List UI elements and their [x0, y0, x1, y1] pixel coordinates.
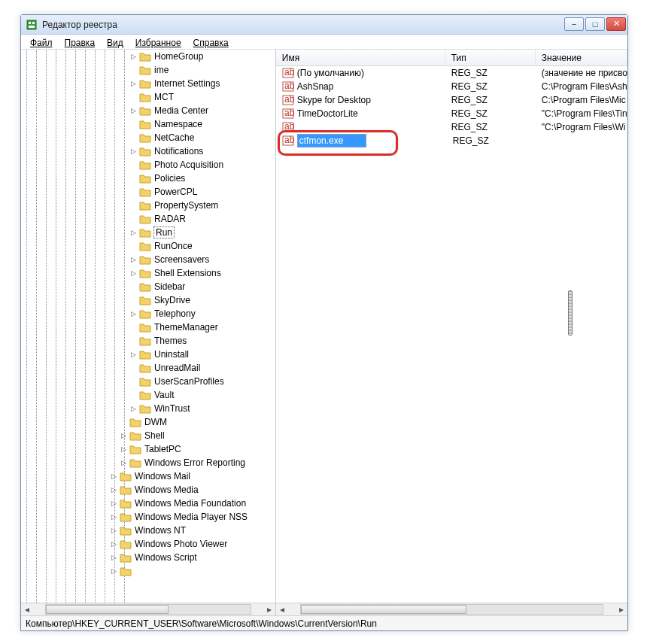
tree-item[interactable]: PowerCPL: [21, 185, 275, 199]
string-value-icon: ab: [282, 80, 294, 93]
rename-input[interactable]: [298, 135, 366, 147]
value-list[interactable]: ab(По умолчанию)REG_SZ(значение не присв…: [276, 66, 627, 615]
tree-item[interactable]: Sidebar: [21, 280, 275, 293]
expand-icon[interactable]: ▷: [109, 553, 118, 562]
maximize-button[interactable]: □: [585, 17, 605, 31]
tree-item[interactable]: RADAR: [21, 212, 275, 226]
scroll-right-icon[interactable]: ▸: [263, 604, 275, 615]
expand-icon[interactable]: ▷: [129, 269, 138, 278]
expand-icon[interactable]: ▷: [129, 309, 138, 318]
tree-item[interactable]: UnreadMail: [21, 361, 275, 375]
expand-icon[interactable]: ▷: [129, 147, 138, 156]
splitter-handle[interactable]: [568, 290, 573, 336]
menu-edit[interactable]: Правка: [60, 38, 100, 48]
tree-item[interactable]: ▷Windows Error Reporting: [21, 456, 275, 469]
expand-icon[interactable]: ▷: [129, 52, 138, 61]
scroll-thumb[interactable]: [46, 605, 169, 614]
expand-icon[interactable]: ▷: [119, 445, 128, 454]
expand-icon[interactable]: ▷: [129, 79, 138, 88]
tree-item[interactable]: ThemeManager: [21, 320, 275, 334]
tree-item[interactable]: Policies: [21, 172, 275, 185]
column-data[interactable]: Значение: [536, 50, 627, 65]
scroll-left-icon[interactable]: ◂: [276, 604, 288, 615]
column-name[interactable]: Имя: [276, 50, 445, 65]
expand-icon[interactable]: ▷: [129, 106, 138, 115]
list-hscrollbar[interactable]: ◂ ▸: [276, 603, 627, 615]
status-path: Компьютер\HKEY_CURRENT_USER\Software\Mic…: [26, 618, 377, 629]
tree-scroll[interactable]: ▷HomeGroupime▷Internet SettingsMCT▷Media…: [21, 50, 275, 603]
tree-item[interactable]: Namespace: [21, 117, 275, 131]
tree-item[interactable]: SkyDrive: [21, 293, 275, 307]
tree-item[interactable]: ▷Shell Extensions: [21, 266, 275, 280]
tree-item[interactable]: ▷Windows Media Foundation: [21, 497, 275, 510]
column-type[interactable]: Тип: [445, 50, 536, 65]
tree-item[interactable]: PropertySystem: [21, 199, 275, 212]
expand-icon[interactable]: ▷: [129, 350, 138, 359]
no-expand: [129, 214, 138, 223]
tree-hscrollbar[interactable]: ◂ ▸: [21, 603, 275, 615]
expand-icon[interactable]: ▷: [119, 458, 128, 467]
tree-item[interactable]: ▷Internet Settings: [21, 77, 275, 90]
tree-item[interactable]: ▷Windows Media Player NSS: [21, 510, 275, 524]
folder-icon: [120, 565, 132, 577]
expand-icon[interactable]: ▷: [109, 567, 118, 576]
tree-item[interactable]: ▷Windows Mail: [21, 469, 275, 483]
tree-item[interactable]: ▷TabletPC: [21, 442, 275, 456]
tree-item[interactable]: ▷HomeGroup: [21, 50, 275, 63]
tree-item[interactable]: RunOnce: [21, 239, 275, 253]
tree-item[interactable]: ▷Windows Script: [21, 551, 275, 564]
tree-item-label: MCT: [154, 92, 174, 102]
list-item[interactable]: ab(По умолчанию)REG_SZ(значение не присв…: [276, 66, 627, 80]
expand-icon[interactable]: ▷: [109, 512, 118, 521]
tree-item[interactable]: MCT: [21, 90, 275, 104]
tree-item[interactable]: ▷Notifications: [21, 144, 275, 158]
tree-item[interactable]: Themes: [21, 334, 275, 348]
scroll-right-icon[interactable]: ▸: [615, 604, 627, 615]
menu-help[interactable]: Справка: [189, 38, 233, 48]
scroll-thumb[interactable]: [301, 605, 467, 614]
expand-icon[interactable]: ▷: [129, 228, 138, 237]
titlebar[interactable]: Редактор реестра − □ ✕: [21, 15, 627, 35]
tree-item[interactable]: NetCache: [21, 131, 275, 144]
expand-icon[interactable]: ▷: [109, 485, 118, 494]
tree-item[interactable]: Photo Acquisition: [21, 158, 275, 172]
tree-item[interactable]: ▷Media Center: [21, 104, 275, 117]
expand-icon[interactable]: ▷: [119, 431, 128, 440]
tree-item-label: Uninstall: [154, 349, 189, 360]
expand-icon[interactable]: ▷: [109, 472, 118, 481]
list-item-editing[interactable]: abREG_SZ: [276, 134, 627, 147]
tree-item[interactable]: Vault: [21, 388, 275, 402]
tree-item[interactable]: ▷: [21, 564, 275, 578]
tree-item[interactable]: ▷Telephony: [21, 307, 275, 320]
scroll-left-icon[interactable]: ◂: [21, 604, 33, 615]
expand-icon[interactable]: ▷: [109, 539, 118, 548]
list-item[interactable]: abAshSnapREG_SZC:\Program Files\Ash: [276, 80, 627, 93]
list-item[interactable]: abSkype for DesktopREG_SZC:\Program File…: [276, 93, 627, 107]
list-item[interactable]: abWindscribeREG_SZ"C:\Program Files\Wi: [276, 120, 627, 134]
tree-item[interactable]: ▷Windows Photo Viewer: [21, 537, 275, 551]
close-button[interactable]: ✕: [606, 17, 626, 31]
tree-item[interactable]: ▷Windows Media: [21, 483, 275, 497]
tree-item[interactable]: ime: [21, 63, 275, 77]
minimize-button[interactable]: −: [564, 17, 584, 31]
menu-favorites[interactable]: Избранное: [131, 38, 186, 48]
expand-icon[interactable]: ▷: [129, 404, 138, 413]
expand-icon[interactable]: ▷: [129, 255, 138, 264]
menu-file[interactable]: Файл: [26, 38, 57, 48]
rename-editbox[interactable]: [297, 134, 366, 147]
tree-item[interactable]: ▷Shell: [21, 429, 275, 442]
menu-view[interactable]: Вид: [102, 38, 128, 48]
tree-item-label: Media Center: [154, 105, 208, 116]
tree-item[interactable]: DWM: [21, 415, 275, 429]
tree-item[interactable]: ▷Uninstall: [21, 348, 275, 361]
expand-icon[interactable]: ▷: [109, 499, 118, 508]
tree-item[interactable]: ▷Screensavers: [21, 253, 275, 266]
tree-item[interactable]: ▷Windows NT: [21, 524, 275, 537]
list-item[interactable]: abTimeDoctorLiteREG_SZ"C:\Program Files\…: [276, 107, 627, 120]
tree-item[interactable]: ▷WinTrust: [21, 402, 275, 415]
tree-item[interactable]: UserScanProfiles: [21, 375, 275, 388]
no-expand: [129, 242, 138, 251]
registry-tree[interactable]: ▷HomeGroupime▷Internet SettingsMCT▷Media…: [21, 50, 275, 578]
tree-item[interactable]: ▷Run: [21, 226, 275, 239]
expand-icon[interactable]: ▷: [109, 526, 118, 535]
